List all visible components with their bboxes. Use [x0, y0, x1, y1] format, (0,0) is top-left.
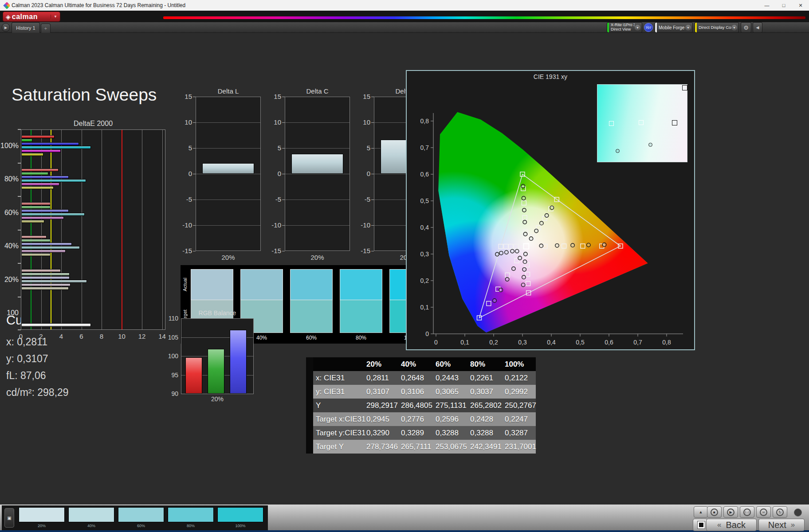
cie-measured-circle — [539, 244, 543, 247]
inset-measured-circle — [616, 149, 620, 153]
target-swatch-80% — [340, 300, 382, 333]
deltae-group-label: 80% — [0, 175, 19, 183]
rgb-balance-title: RGB Balance — [168, 309, 267, 317]
pattern-tile-label: 20% — [19, 524, 65, 528]
cie-x-tick: 0,3 — [518, 339, 527, 346]
deltae-bar-40%-blue — [21, 243, 72, 246]
gridline — [285, 174, 350, 174]
tab-history-1[interactable]: History 1 — [12, 22, 40, 33]
table-cell: 0,3288 — [436, 426, 467, 440]
table-cell: 0,2122 — [505, 371, 536, 385]
y-tick-label: 15 — [174, 93, 192, 100]
cie-measured-circle — [522, 268, 526, 271]
stop-icon: ■ — [711, 509, 718, 516]
deltae-bar-100%-blue — [21, 142, 79, 145]
y-axis-tick — [193, 174, 196, 174]
source-dropdown[interactable]: Mobile Forge ▼ — [655, 22, 693, 33]
pattern-tile-60%[interactable] — [118, 507, 164, 522]
collapse-panel-button[interactable]: ◀ — [753, 22, 762, 33]
reading-cdm2: cd/m²: 298,29 — [6, 387, 69, 399]
deltae-bar-80%-magenta — [21, 183, 59, 186]
y-tick-label: 15 — [353, 93, 370, 100]
x-tick-label: 0 — [14, 332, 27, 340]
table-cell: 0,3037 — [470, 385, 501, 399]
layout-nav-button[interactable]: ▶ — [2, 23, 10, 32]
deltae-bar-20%-cyan — [21, 280, 87, 283]
gridline — [61, 130, 62, 329]
cie-measured-circle — [522, 196, 525, 200]
cie-measured-circle — [505, 278, 509, 281]
cie-measured-circle — [523, 220, 526, 224]
deltae-bar-80%-yellow — [21, 186, 54, 189]
gridline — [102, 130, 102, 329]
reference-line-target-acceptable — [51, 130, 51, 329]
meter-label: X-Rite i1Pro 3 Direct View — [609, 23, 635, 32]
pattern-window-button[interactable]: ▣ — [4, 508, 14, 528]
deltae-bar-100%-yellow — [21, 153, 43, 156]
deltae-bar-40%-cyan — [21, 246, 80, 249]
table-header-cell: 100% — [505, 357, 536, 371]
step-icon: [→] — [743, 509, 751, 516]
meter-profile-badge[interactable]: 707 — [644, 23, 653, 32]
cie-measured-circle — [523, 260, 526, 263]
deltae-group-label: 100 — [0, 309, 19, 317]
deltae-bar-20%-red — [21, 269, 61, 272]
tab-add-button[interactable]: + — [41, 23, 51, 33]
deltae-bar-luminance — [21, 323, 91, 327]
cie-measured-circle — [518, 256, 522, 260]
play-button[interactable]: ▶ — [723, 506, 738, 518]
meter-dropdown[interactable]: X-Rite i1Pro 3 Direct View ▼ — [607, 22, 642, 33]
y-axis-tick — [18, 297, 21, 297]
close-button[interactable]: ✕ — [792, 0, 809, 11]
loop-button[interactable]: ∞ — [756, 506, 771, 518]
table-row-label: x: CIE31 — [316, 371, 363, 385]
y-axis-tick — [282, 97, 285, 97]
x-tick-label: 10 — [115, 332, 129, 340]
settings-gear-button[interactable]: ⚙ — [741, 22, 751, 33]
next-button[interactable]: Next » — [758, 519, 805, 531]
pattern-tile-40%[interactable] — [68, 507, 114, 522]
cie-measured-circle — [571, 243, 574, 247]
window-title: Calman 2023 Calman Ultimate for Business… — [12, 2, 185, 8]
cie-x-tick: 0,6 — [605, 339, 613, 346]
calman-wordmark: calman — [12, 13, 38, 21]
display-control-dropdown[interactable]: Direct Display Control ▼ — [695, 22, 739, 33]
y-axis-tick — [18, 263, 21, 264]
deltae-group-label: 100% — [0, 142, 19, 150]
inset-reference-square — [672, 120, 677, 125]
cie-y-tick: 0,8 — [420, 117, 429, 125]
stop-button[interactable]: ■ — [707, 506, 722, 518]
rgb-bar-green — [208, 349, 224, 394]
cie-measured-circle — [523, 232, 527, 236]
refresh-button[interactable]: ↻ — [773, 506, 787, 518]
maximize-button[interactable]: □ — [775, 0, 792, 11]
page-title: Saturation Sweeps — [12, 85, 157, 105]
pattern-tile-20%[interactable] — [19, 507, 65, 522]
status-dot — [794, 509, 802, 516]
deltae-bar-60%-yellow — [21, 220, 44, 223]
minimize-button[interactable]: — — [758, 0, 775, 11]
y-tick-label: -15 — [263, 247, 281, 254]
y-axis-tick — [193, 225, 196, 226]
y-tick-label: 0 — [263, 170, 281, 177]
inset-reference-square — [682, 85, 687, 90]
calman-menu-button[interactable]: ◈ calman ▼ — [3, 12, 60, 22]
y-tick-label: -5 — [174, 196, 192, 203]
reference-line-target-good — [31, 130, 31, 329]
pattern-tile-80%[interactable] — [168, 507, 214, 522]
y-axis-tick — [193, 122, 196, 123]
deltae-bar-60%-blue — [21, 209, 69, 212]
cie-measured-circle — [524, 252, 527, 256]
cie-y-tick: 0,2 — [420, 277, 429, 284]
step-button[interactable]: [→] — [740, 506, 754, 518]
panel-up-button[interactable]: ▲ — [694, 506, 708, 518]
deltae-bar-40%-yellow — [21, 253, 51, 256]
gridline — [196, 122, 260, 123]
deltae-group-label: 20% — [0, 276, 19, 284]
table-cell: 278,7346 — [366, 440, 397, 454]
back-button[interactable]: « Back — [706, 519, 757, 531]
pattern-tile-100%[interactable] — [217, 507, 263, 522]
x-tick-label: 20% — [181, 395, 254, 403]
x-tick-label: 2 — [35, 332, 48, 340]
y-axis-tick — [18, 163, 21, 164]
